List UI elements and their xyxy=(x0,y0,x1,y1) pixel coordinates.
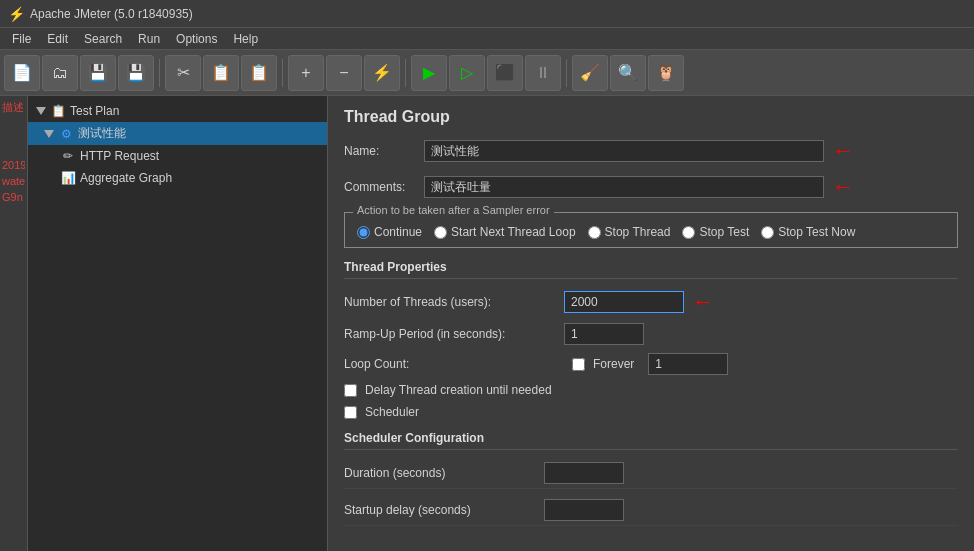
delay-thread-row: Delay Thread creation until needed xyxy=(344,383,958,397)
radio-stop-test-now-input[interactable] xyxy=(761,226,774,239)
tree-item-thread-group[interactable]: ⚙ 测试性能 xyxy=(28,122,327,145)
tree-item-http-request[interactable]: ✏ HTTP Request xyxy=(28,145,327,167)
main-layout: 描述 2019 water G9n 📋 Test Plan ⚙ 测试性能 ✏ H… xyxy=(0,96,974,551)
duration-input[interactable] xyxy=(544,462,624,484)
name-arrow: ← xyxy=(832,138,854,164)
toggle-button[interactable]: ⚡ xyxy=(364,55,400,91)
scheduler-checkbox[interactable] xyxy=(344,406,357,419)
shutdown-button[interactable]: ⏸ xyxy=(525,55,561,91)
radio-stop-test-label: Stop Test xyxy=(699,225,749,239)
forever-label: Forever xyxy=(593,357,634,371)
thread-props-section: Thread Properties Number of Threads (use… xyxy=(344,260,958,419)
clip-text-4: G9n xyxy=(2,191,25,203)
http-request-icon: ✏ xyxy=(60,148,76,164)
content-area: Thread Group Name: ← Comments: ← Action … xyxy=(328,96,974,551)
aggregate-graph-icon: 📊 xyxy=(60,170,76,186)
radio-stop-test-input[interactable] xyxy=(682,226,695,239)
scheduler-row: Scheduler xyxy=(344,405,958,419)
name-label: Name: xyxy=(344,144,424,158)
radio-start-next[interactable]: Start Next Thread Loop xyxy=(434,225,576,239)
toolbar-sep-1 xyxy=(159,59,160,87)
rampup-label: Ramp-Up Period (in seconds): xyxy=(344,327,564,341)
thread-group-expand-icon xyxy=(44,130,54,138)
test-plan-icon: 📋 xyxy=(50,103,66,119)
radio-continue[interactable]: Continue xyxy=(357,225,422,239)
copy-button[interactable]: 📋 xyxy=(203,55,239,91)
paste-button[interactable]: 📋 xyxy=(241,55,277,91)
action-group-title: Action to be taken after a Sampler error xyxy=(353,204,554,216)
radio-stop-thread-label: Stop Thread xyxy=(605,225,671,239)
menu-bar: File Edit Search Run Options Help xyxy=(0,28,974,50)
radio-stop-test-now[interactable]: Stop Test Now xyxy=(761,225,855,239)
menu-search[interactable]: Search xyxy=(76,30,130,48)
toolbar: 📄 🗂 💾 💾 ✂ 📋 📋 + − ⚡ ▶ ▷ ⬛ ⏸ 🧹 🔍 🦉 xyxy=(0,50,974,96)
sidebar: 📋 Test Plan ⚙ 测试性能 ✏ HTTP Request 📊 Aggr… xyxy=(28,96,328,551)
left-description-pane: 描述 2019 water G9n xyxy=(0,96,28,551)
delay-thread-checkbox[interactable] xyxy=(344,384,357,397)
name-input[interactable] xyxy=(424,140,824,162)
menu-file[interactable]: File xyxy=(4,30,39,48)
clear-button[interactable]: 🧹 xyxy=(572,55,608,91)
clip-text-3: water xyxy=(2,175,25,187)
radio-stop-thread-input[interactable] xyxy=(588,226,601,239)
radio-continue-input[interactable] xyxy=(357,226,370,239)
threads-arrow: ← xyxy=(692,289,714,315)
clip-text-2: 2019 xyxy=(2,159,25,171)
scheduler-label: Scheduler xyxy=(365,405,419,419)
threads-label: Number of Threads (users): xyxy=(344,295,564,309)
run-no-pause-button[interactable]: ▷ xyxy=(449,55,485,91)
thread-group-icon: ⚙ xyxy=(58,126,74,142)
menu-edit[interactable]: Edit xyxy=(39,30,76,48)
expand-button[interactable]: + xyxy=(288,55,324,91)
threads-row: Number of Threads (users): ← xyxy=(344,289,958,315)
duration-label: Duration (seconds) xyxy=(344,466,544,480)
tree-item-test-plan[interactable]: 📋 Test Plan xyxy=(28,100,327,122)
save-as-button[interactable]: 💾 xyxy=(118,55,154,91)
comments-input[interactable] xyxy=(424,176,824,198)
comments-row: Comments: ← xyxy=(344,174,958,200)
loop-count-label: Loop Count: xyxy=(344,357,564,371)
radio-stop-thread[interactable]: Stop Thread xyxy=(588,225,671,239)
toolbar-sep-4 xyxy=(566,59,567,87)
loop-count-input[interactable] xyxy=(648,353,728,375)
tree-label-aggregate-graph: Aggregate Graph xyxy=(80,171,172,185)
loop-count-row: Loop Count: Forever xyxy=(344,353,958,375)
name-row: Name: ← xyxy=(344,138,958,164)
tree-item-aggregate-graph[interactable]: 📊 Aggregate Graph xyxy=(28,167,327,189)
rampup-input[interactable] xyxy=(564,323,644,345)
radio-stop-test-now-label: Stop Test Now xyxy=(778,225,855,239)
help-button[interactable]: 🦉 xyxy=(648,55,684,91)
new-button[interactable]: 📄 xyxy=(4,55,40,91)
tree-label-test-plan: Test Plan xyxy=(70,104,119,118)
tree-label-thread-group: 测试性能 xyxy=(78,125,126,142)
run-button[interactable]: ▶ xyxy=(411,55,447,91)
startup-delay-input[interactable] xyxy=(544,499,624,521)
toolbar-sep-3 xyxy=(405,59,406,87)
collapse-button[interactable]: − xyxy=(326,55,362,91)
tree-area: 📋 Test Plan ⚙ 测试性能 ✏ HTTP Request 📊 Aggr… xyxy=(28,96,327,193)
menu-options[interactable]: Options xyxy=(168,30,225,48)
threads-input[interactable] xyxy=(564,291,684,313)
menu-run[interactable]: Run xyxy=(130,30,168,48)
open-button[interactable]: 🗂 xyxy=(42,55,78,91)
comments-arrow: ← xyxy=(832,174,854,200)
title-bar: ⚡ Apache JMeter (5.0 r1840935) xyxy=(0,0,974,28)
menu-help[interactable]: Help xyxy=(225,30,266,48)
rampup-row: Ramp-Up Period (in seconds): xyxy=(344,323,958,345)
scheduler-config-section: Scheduler Configuration Duration (second… xyxy=(344,431,958,526)
scheduler-config-title: Scheduler Configuration xyxy=(344,431,958,450)
cut-button[interactable]: ✂ xyxy=(165,55,201,91)
forever-checkbox[interactable] xyxy=(572,358,585,371)
radio-start-next-input[interactable] xyxy=(434,226,447,239)
radio-stop-test[interactable]: Stop Test xyxy=(682,225,749,239)
duration-row: Duration (seconds) xyxy=(344,458,958,489)
startup-delay-row: Startup delay (seconds) xyxy=(344,495,958,526)
app-icon: ⚡ xyxy=(8,6,24,22)
app-title: Apache JMeter (5.0 r1840935) xyxy=(30,7,193,21)
search-button[interactable]: 🔍 xyxy=(610,55,646,91)
radio-start-next-label: Start Next Thread Loop xyxy=(451,225,576,239)
save-button[interactable]: 💾 xyxy=(80,55,116,91)
clip-text-1: 描述 xyxy=(2,100,25,115)
stop-button[interactable]: ⬛ xyxy=(487,55,523,91)
thread-props-title: Thread Properties xyxy=(344,260,958,279)
